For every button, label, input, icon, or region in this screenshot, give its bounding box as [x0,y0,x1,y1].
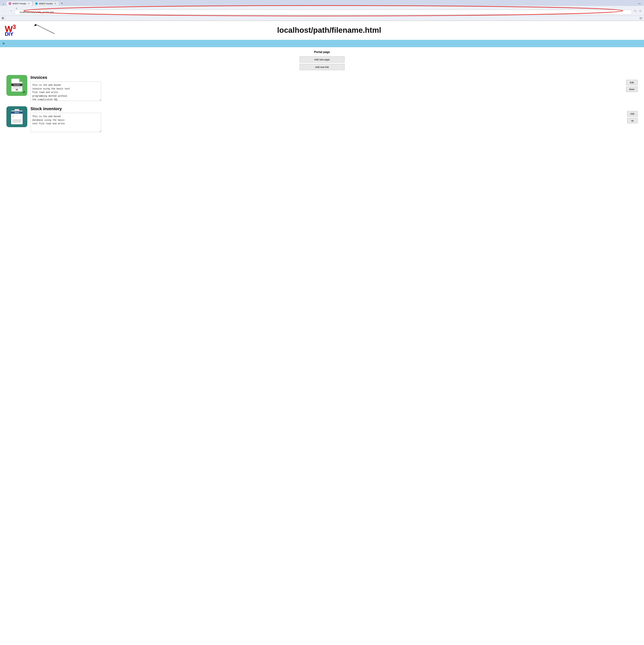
invoices-down-button[interactable]: down [626,86,638,92]
address-bar-container: ℹ [14,7,632,15]
forward-button[interactable]: → [8,8,13,13]
tab2-favicon: 🌐 [35,2,38,5]
stock-description[interactable]: This is the web-based database using the… [30,113,101,132]
invoices-icon: Invoice $$ ✏ [6,75,27,96]
invoice-line-1 [13,86,21,86]
site-nav: ≡ [0,40,644,47]
clipboard-check-icon: ✓ [12,115,14,118]
stock-info: Stock inventory This is the web-based da… [30,106,624,133]
address-input[interactable] [14,10,632,15]
invoices-actions: Edit down [626,75,638,92]
browser-chrome: ⌄ W W3DIY Portals ✕ 🌐 W3DIY Invoice ✕ + … [0,0,644,21]
tab1-favicon: W [9,2,11,5]
minimize-button[interactable]: — [636,1,643,6]
new-tab-button[interactable]: + [59,1,64,6]
portal-page-title: Portal page [6,50,638,54]
clipboard: Stock ✓ [11,111,23,124]
invoice-icon-inner: Invoice $$ ✏ [6,75,27,96]
main-content: Portal page Add new page Add new link In… [0,47,644,141]
annotation-arrow [32,22,64,35]
logo-3: 3 [13,24,16,30]
tab1-label: W3DIY Portals [13,2,26,5]
toolbar-bar: ⊞ 🗀 [0,16,644,21]
add-new-page-button[interactable]: Add new page [299,56,345,63]
invoices-edit-button[interactable]: Edit [626,80,638,85]
address-info-icon: ℹ [16,7,17,10]
invoices-info: Invoices This is the web-based invoice u… [30,75,623,101]
tab1-close-icon[interactable]: ✕ [27,2,30,5]
stock-edit-button[interactable]: Edit [627,111,638,117]
add-new-link-button[interactable]: Add new link [299,64,345,70]
invoice-doc: Invoice $$ [11,79,22,91]
invoice-icon-label: Invoice [11,83,22,86]
back-button[interactable]: ← [2,8,7,13]
bookmark-star-button[interactable]: ☆ [633,8,637,13]
invoice-dollar: $$ [16,88,18,91]
clipboard-lines [12,120,21,123]
site-header: W3 DIY localhost/path/filename.html [0,21,644,40]
invoices-title: Invoices [30,75,623,80]
grid-apps-button[interactable]: ⊞ [2,16,4,20]
profile-star-button[interactable]: ☆ [638,8,642,13]
clipboard-line-2 [12,121,21,121]
nav-bar: ← → ℹ ☆ ☆ [0,6,644,16]
stock-icon-inner: Stock ✓ [6,106,27,127]
site-logo: W3 DIY [5,24,16,37]
tab-bar: ⌄ W W3DIY Portals ✕ 🌐 W3DIY Invoice ✕ + … [0,0,644,6]
page-content: W3 DIY localhost/path/filename.html ≡ Po… [0,21,644,141]
hamburger-menu-button[interactable]: ≡ [3,41,5,46]
invoice-line-2 [13,87,21,87]
tab2-label: W3DIY Invoice [39,2,53,5]
stock-card: Stock ✓ Stock inventory This is the web-… [6,106,638,133]
tab2-close-icon[interactable]: ✕ [54,2,57,5]
stock-actions: Edit up [627,106,638,123]
clipboard-top [15,109,19,111]
tab-w3diy-invoice[interactable]: 🌐 W3DIY Invoice ✕ [33,1,59,6]
annotation-area: localhost/path/filename.html [19,24,639,34]
tab-dropdown-button[interactable]: ⌄ [1,1,6,6]
bookmarks-folder-button[interactable]: 🗀 [640,17,642,20]
clipboard-line-3 [12,122,21,122]
invoices-card: Invoice $$ ✏ Invoices This is the web-ba… [6,75,638,101]
stock-icon: Stock ✓ [6,106,27,127]
stock-icon-label: Stock [11,111,23,114]
clipboard-line-1 [12,120,21,120]
stock-up-button[interactable]: up [627,118,638,123]
svg-line-1 [35,24,54,34]
path-heading: localhost/path/filename.html [277,24,381,34]
invoices-description[interactable]: This is the web-based invoice using the … [30,81,101,101]
pen-icon: ✏ [22,90,27,95]
portal-button-group: Add new page Add new link [6,56,638,70]
tab-w3diy-portals[interactable]: W W3DIY Portals ✕ [6,1,32,6]
stock-title: Stock inventory [30,106,624,111]
logo-diy: DIY [5,31,16,37]
